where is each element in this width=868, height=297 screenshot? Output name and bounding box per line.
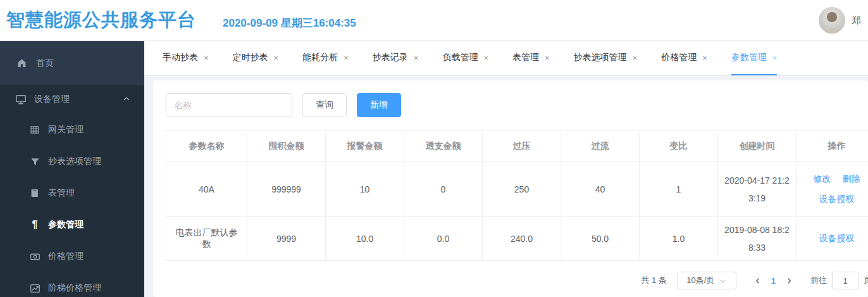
column-header: 过流 <box>561 131 640 162</box>
delete-link[interactable]: 删除 <box>843 174 860 185</box>
tab-price-management[interactable]: 价格管理× <box>661 41 707 75</box>
cell-overdraft-amount: 0.0 <box>404 217 483 261</box>
sidebar-item-tiered-price-management[interactable]: 阶梯价格管理 <box>0 272 144 297</box>
cell-actions: 设备授权 <box>797 217 868 261</box>
page-number-current[interactable]: 1 <box>765 276 782 286</box>
total-count: 共 1 条 <box>641 275 666 286</box>
sidebar-home-label: 首页 <box>36 58 54 69</box>
sidebar-item-parameter-management[interactable]: ¶ 参数管理 <box>0 209 144 241</box>
banknote-icon <box>29 251 40 262</box>
close-icon[interactable]: × <box>772 53 778 63</box>
sidebar-item-label: 抄表选项管理 <box>48 156 101 167</box>
add-button[interactable]: 新增 <box>357 93 401 117</box>
goto-label: 前往 <box>810 275 827 286</box>
home-icon <box>16 58 27 68</box>
username[interactable]: 郑 <box>852 15 863 27</box>
edit-link[interactable]: 修改 <box>814 174 831 185</box>
cell-overcurrent: 50.0 <box>561 217 640 261</box>
column-header: 变比 <box>640 131 718 162</box>
sidebar-item-meter-reading-options[interactable]: 抄表选项管理 <box>0 146 144 177</box>
sidebar-item-label: 网关管理 <box>48 124 84 136</box>
chart-icon <box>29 283 40 294</box>
page-size-select[interactable]: 10条/页 <box>677 272 736 289</box>
close-icon[interactable]: × <box>633 53 638 63</box>
column-header: 过压 <box>483 131 561 162</box>
parameters-table: 参数名称 囤积金额 报警金额 透支金额 过压 过流 变比 创建时间 操作 40A <box>166 130 868 261</box>
device-authorize-link[interactable]: 设备授权 <box>819 194 855 205</box>
app-header: 智慧能源公共服务平台 2020-09-09 星期三16:04:35 郑 <box>0 0 868 41</box>
sidebar-item-home[interactable]: 首页 <box>0 41 144 85</box>
goto-page-input[interactable] <box>832 272 859 289</box>
person-photo-icon <box>819 7 845 34</box>
cell-alarm-amount: 10 <box>326 162 404 217</box>
cell-stored-amount: 999999 <box>247 162 326 217</box>
sidebar-item-price-management[interactable]: 价格管理 <box>0 241 144 272</box>
cell-ratio: 1.0 <box>640 217 718 261</box>
cell-ratio: 1 <box>640 162 718 217</box>
table-header-row: 参数名称 囤积金额 报警金额 透支金额 过压 过流 变比 创建时间 操作 <box>166 131 868 162</box>
sidebar-item-label: 表管理 <box>48 187 75 199</box>
cell-created-time: 2019-08-08 18:28:33 <box>718 217 797 261</box>
cell-created-time: 2020-04-17 21:23:19 <box>718 162 797 217</box>
cell-actions: 修改 删除 设备授权 <box>797 162 868 217</box>
close-icon[interactable]: × <box>702 53 707 63</box>
pagination: 共 1 条 10条/页 1 前往 页 <box>166 272 868 289</box>
prev-page-button[interactable] <box>750 277 765 284</box>
device-authorize-link[interactable]: 设备授权 <box>819 233 855 244</box>
sidebar-group-device-management[interactable]: 设备管理 <box>0 85 144 114</box>
filter-icon <box>29 157 40 167</box>
chevron-right-icon <box>786 277 793 284</box>
column-header: 操作 <box>797 131 868 162</box>
next-page-button[interactable] <box>782 277 797 284</box>
tab-meter-management[interactable]: 表管理× <box>512 41 550 75</box>
close-icon[interactable]: × <box>344 53 349 63</box>
close-icon[interactable]: × <box>545 53 550 63</box>
table-row: 电表出厂默认参数 9999 10.0 0.0 240.0 50.0 1.0 20… <box>166 217 868 261</box>
close-icon[interactable]: × <box>414 53 419 63</box>
user-avatar[interactable] <box>819 7 845 34</box>
grid-icon <box>29 125 40 135</box>
close-icon[interactable]: × <box>274 53 279 63</box>
book-icon <box>29 188 40 198</box>
app-title: 智慧能源公共服务平台 <box>6 8 196 33</box>
sidebar-group-label: 设备管理 <box>34 94 70 105</box>
tab-reading-options[interactable]: 抄表选项管理× <box>574 41 638 75</box>
close-icon[interactable]: × <box>204 53 209 63</box>
column-header: 报警金额 <box>326 131 404 162</box>
name-search-input[interactable] <box>166 93 292 117</box>
cell-param-name: 40A <box>166 162 247 217</box>
column-header: 透支金额 <box>404 131 483 162</box>
cell-param-name: 电表出厂默认参数 <box>166 217 247 261</box>
pilcrow-icon: ¶ <box>29 220 40 230</box>
sidebar-item-meter-management[interactable]: 表管理 <box>0 177 144 209</box>
cell-overvoltage: 240.0 <box>483 217 561 261</box>
column-header: 创建时间 <box>718 131 797 162</box>
cell-overcurrent: 40 <box>561 162 640 217</box>
query-button[interactable]: 查询 <box>302 93 347 117</box>
page-suffix-label: 页 <box>864 275 868 286</box>
sidebar: 首页 设备管理 网关管理 抄表选项 <box>0 41 144 297</box>
sidebar-item-label: 参数管理 <box>48 219 84 231</box>
tab-scheduled-reading[interactable]: 定时抄表× <box>233 41 279 75</box>
cell-stored-amount: 9999 <box>247 217 326 261</box>
column-header: 囤积金额 <box>247 131 326 162</box>
content-panel: 查询 新增 参数名称 囤积金额 报警金额 透支金额 过压 过流 <box>153 80 868 297</box>
tab-load-management[interactable]: 负载管理× <box>442 41 488 75</box>
sidebar-item-label: 价格管理 <box>48 251 84 262</box>
close-icon[interactable]: × <box>483 53 488 63</box>
cell-alarm-amount: 10.0 <box>326 217 404 261</box>
sidebar-item-gateway-management[interactable]: 网关管理 <box>0 114 144 146</box>
column-header: 参数名称 <box>166 131 247 162</box>
tab-manual-reading[interactable]: 手动抄表× <box>163 41 209 75</box>
tab-energy-analysis[interactable]: 能耗分析× <box>302 41 349 75</box>
cell-overvoltage: 250 <box>483 162 561 217</box>
monitor-icon <box>15 94 27 105</box>
header-datetime: 2020-09-09 星期三16:04:35 <box>223 16 356 30</box>
tab-reading-records[interactable]: 抄表记录× <box>373 41 419 75</box>
table-row: 40A 999999 10 0 250 40 1 2020-04-17 21:2… <box>166 162 868 217</box>
cell-overdraft-amount: 0 <box>404 162 483 217</box>
chevron-up-icon <box>123 95 130 103</box>
sidebar-item-label: 阶梯价格管理 <box>48 282 101 294</box>
tab-parameter-management[interactable]: 参数管理× <box>731 41 778 75</box>
chevron-left-icon <box>754 277 761 284</box>
